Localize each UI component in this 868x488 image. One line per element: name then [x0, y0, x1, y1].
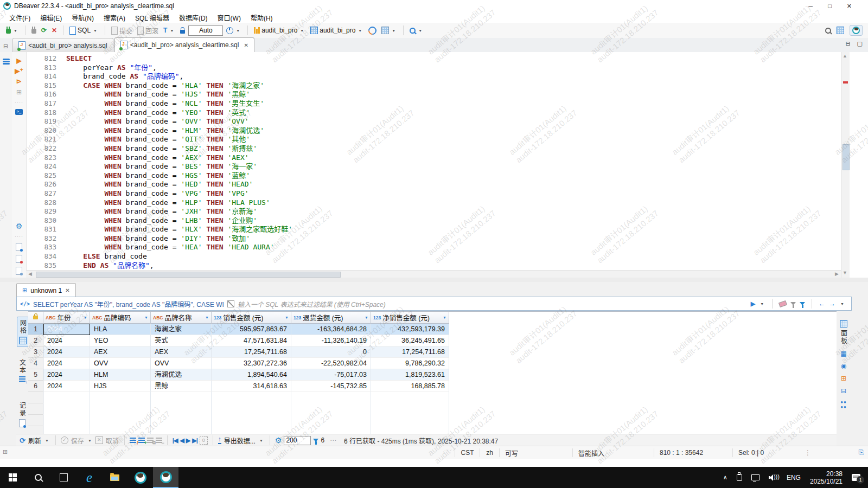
- menu-item-4[interactable]: SQL 编辑器: [130, 13, 174, 22]
- abort-connection-button[interactable]: ✕: [50, 25, 59, 35]
- grid-cell[interactable]: 36,245,491.65: [371, 335, 449, 346]
- row-number[interactable]: 5: [28, 369, 43, 381]
- execute-script-icon[interactable]: ⊳: [16, 78, 22, 85]
- grid-settings-gear-icon[interactable]: ⚙: [275, 436, 282, 444]
- editor-line[interactable]: 832 WHEN brand_code = 'DIY' THEN '致加': [26, 234, 841, 243]
- editor-line[interactable]: 833 WHEN brand_code = 'HEA' THEN 'HEAD A…: [26, 243, 841, 252]
- scroll-right-icon[interactable]: ▶: [835, 271, 839, 277]
- editor-hscrollbar[interactable]: ◀ ▶: [26, 270, 841, 278]
- editor-line[interactable]: 826 WHEN brand_code = 'HED' THEN 'HEAD': [26, 180, 841, 189]
- grid-cell[interactable]: 2024: [43, 346, 90, 358]
- grid-cell[interactable]: 英式: [151, 335, 212, 346]
- menu-item-3[interactable]: 搜索(A): [99, 13, 130, 22]
- delete-row-icon[interactable]: −: [156, 438, 162, 444]
- start-button[interactable]: [0, 467, 25, 488]
- menu-item-1[interactable]: 编辑(E): [35, 13, 67, 22]
- close-tab-icon[interactable]: ✕: [244, 42, 248, 48]
- grid-cell[interactable]: HLA: [90, 324, 151, 335]
- close-button[interactable]: ✕: [847, 3, 852, 10]
- internet-explorer-button[interactable]: e: [76, 467, 102, 488]
- taskbar-clock[interactable]: 20:38 2025/10/21: [810, 470, 843, 485]
- sql-editor-button[interactable]: SQL ▼: [68, 25, 100, 36]
- editor-line[interactable]: 835 END AS "品牌名称",: [26, 261, 841, 271]
- editor-settings-gear-icon[interactable]: ⚙: [16, 222, 23, 230]
- fetch-size-input[interactable]: [284, 436, 311, 445]
- add-row-icon[interactable]: +: [138, 438, 145, 444]
- minimize-view-icon[interactable]: ⊟: [845, 40, 850, 47]
- editor-line[interactable]: 817 WHEN brand_code = 'NCL' THEN '男生女生': [26, 99, 841, 108]
- execute-new-tab-icon[interactable]: ▶⁺: [15, 68, 23, 74]
- transaction-mode-button[interactable]: T▼: [162, 25, 177, 35]
- editor-line[interactable]: 822 WHEN brand_code = 'SBZ' THEN '斯搏兹': [26, 144, 841, 153]
- network-icon[interactable]: [751, 474, 760, 480]
- close-results-tab-icon[interactable]: ✕: [65, 287, 69, 293]
- task-view-button[interactable]: [51, 467, 76, 488]
- calc-panel-icon[interactable]: ⊞: [841, 375, 846, 382]
- grid-cell[interactable]: HLM: [90, 369, 151, 381]
- grid-cell[interactable]: 9,786,290.32: [371, 358, 449, 369]
- dashboard-button[interactable]: [367, 25, 378, 36]
- editor-line[interactable]: 820 WHEN brand_code = 'HLM' THEN '海澜优选': [26, 126, 841, 136]
- filter-query-text[interactable]: SELECT perYear AS "年份", brand_code AS "品…: [33, 299, 224, 309]
- sort-arrow-icon[interactable]: ▼: [443, 316, 446, 319]
- maximize-view-icon[interactable]: ▢: [857, 40, 863, 47]
- grid-cell[interactable]: 1,819,523.61: [371, 369, 449, 381]
- volume-icon[interactable]: ))): [769, 474, 777, 481]
- editor-line[interactable]: 818 WHEN brand_code = 'YEO' THEN '英式': [26, 108, 841, 118]
- search-icon[interactable]: [825, 28, 831, 34]
- grid-cell[interactable]: OVV: [151, 358, 212, 369]
- editor-vscrollbar[interactable]: ▲ ▼: [841, 52, 850, 278]
- file-explorer-button[interactable]: [102, 467, 127, 488]
- dbeaver-taskbar-button-active[interactable]: [153, 467, 178, 488]
- grid-cell[interactable]: -75,017.03: [291, 369, 371, 381]
- panel-layout-icons[interactable]: ●●●●: [840, 400, 847, 409]
- row-number[interactable]: 1: [28, 324, 43, 335]
- editor-line[interactable]: 813 perYear AS "年份",: [26, 63, 841, 73]
- menu-item-6[interactable]: 窗口(W): [213, 13, 246, 22]
- editor-line[interactable]: 815 CASE WHEN brand_code = 'HLA' THEN '海…: [26, 81, 841, 91]
- minimize-button[interactable]: ─: [808, 3, 813, 9]
- filter-input-placeholder[interactable]: 输入一个 SQL 表达式来过滤结果 (使用 Ctrl+Space): [238, 299, 748, 309]
- editor-line[interactable]: 816 WHEN brand_code = 'HJS' THEN '黑鲸': [26, 90, 841, 99]
- commit-button[interactable]: 提交: [110, 25, 134, 36]
- statusbar-window-icon[interactable]: ⊞: [3, 448, 8, 455]
- tab-grid-view[interactable]: 网格: [17, 317, 29, 347]
- statusbar-panel-icon[interactable]: ⎘: [858, 448, 864, 456]
- disconnect-button[interactable]: [30, 26, 38, 35]
- dbeaver-perspective-button[interactable]: [850, 25, 863, 36]
- sort-arrow-icon[interactable]: ▼: [285, 316, 289, 319]
- sql-console-icon[interactable]: >_: [15, 109, 23, 115]
- grid-cell[interactable]: -11,326,140.19: [291, 335, 371, 346]
- export-data-button[interactable]: 导出数据...: [224, 436, 256, 445]
- row-number[interactable]: 2: [28, 335, 43, 346]
- clear-filter-icon[interactable]: [778, 300, 787, 307]
- history-forward-icon[interactable]: →: [829, 300, 835, 307]
- autocommit-lock-button[interactable]: [178, 26, 187, 35]
- grid-cell[interactable]: 314,618.63: [212, 381, 291, 392]
- invalidate-connection-button[interactable]: ⟳: [40, 25, 48, 35]
- open-perspective-icon[interactable]: [837, 27, 844, 34]
- editor-line[interactable]: 831 WHEN brand_code = 'HLX' THEN '海澜之家甄选…: [26, 225, 841, 234]
- editor-line[interactable]: 828 WHEN brand_code = 'HLP' THEN 'HLA PL…: [26, 198, 841, 208]
- record-mode-icon[interactable]: ◉: [841, 362, 846, 370]
- grid-cell[interactable]: -145,732.85: [291, 381, 371, 392]
- caret-position-indicator[interactable]: 810 : 1 : 35642: [654, 448, 732, 457]
- timezone-indicator[interactable]: CST: [455, 448, 480, 457]
- tab-record-view[interactable]: 记录: [16, 400, 28, 429]
- language-indicator[interactable]: zh: [480, 448, 499, 457]
- selection-indicator[interactable]: Sel: 0 | 0: [732, 448, 800, 457]
- editor-line[interactable]: 823 WHEN brand_code = 'AEX' THEN 'AEX': [26, 153, 841, 163]
- grid-cell[interactable]: -22,520,982.04: [291, 358, 371, 369]
- input-language-indicator[interactable]: ENG: [787, 474, 801, 481]
- row-number[interactable]: 4: [28, 358, 43, 369]
- maximize-grid-icon[interactable]: ▦: [840, 350, 846, 357]
- commit-mode-select[interactable]: Auto: [188, 25, 223, 36]
- script-variables-icon[interactable]: [16, 267, 22, 275]
- dbeaver-taskbar-button[interactable]: [127, 467, 153, 488]
- prev-row-icon[interactable]: ◀: [180, 437, 183, 444]
- tray-chevron-icon[interactable]: ∧: [723, 474, 727, 481]
- grid-cell[interactable]: 2024: [43, 335, 90, 346]
- refresh-icon[interactable]: ⟳: [20, 436, 25, 445]
- grid-cell[interactable]: 2024: [43, 358, 90, 369]
- grid-cell[interactable]: AEX: [90, 346, 151, 358]
